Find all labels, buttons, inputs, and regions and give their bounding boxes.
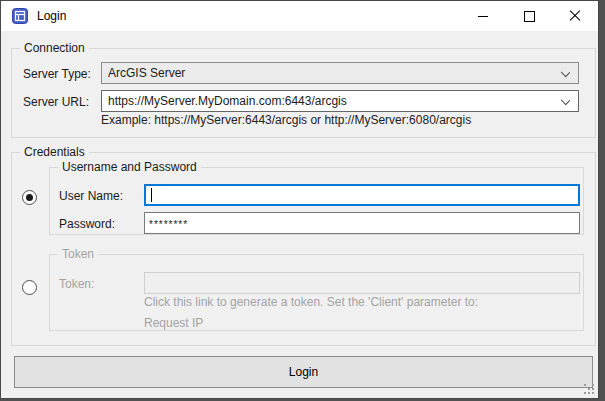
maximize-icon [524,11,535,22]
maximize-button[interactable] [506,1,552,31]
password-masked-value: ******** [149,219,188,230]
login-dialog: Login Connection Server Type: ArcGIS Ser… [0,0,599,399]
text-caret [151,188,152,202]
window-title: Login [37,9,66,23]
token-client-param-text: Request IP [144,316,203,330]
minimize-icon [478,16,488,17]
minimize-button[interactable] [460,1,506,31]
connection-group-legend: Connection [20,41,89,55]
password-input[interactable]: ******** [144,212,580,234]
login-button[interactable]: Login [14,356,593,388]
close-icon [569,10,581,22]
server-type-value: ArcGIS Server [108,66,185,80]
login-button-label: Login [289,365,318,379]
token-label: Token: [59,277,94,291]
server-type-dropdown[interactable]: ArcGIS Server [101,62,579,84]
credentials-group-legend: Credentials [20,145,89,159]
username-password-group-legend: Username and Password [58,160,201,174]
token-group-legend: Token [58,247,98,261]
password-label: Password: [59,217,115,231]
token-input [144,272,580,294]
username-password-radio[interactable] [22,190,37,205]
server-type-label: Server Type: [23,67,91,81]
user-name-label: User Name: [59,189,123,203]
chevron-down-icon [561,68,570,77]
user-name-input[interactable] [144,184,580,206]
token-hint-text: Click this link to generate a token. Set… [144,295,478,309]
token-radio[interactable] [22,280,37,295]
title-bar[interactable]: Login [1,1,598,31]
server-url-combobox[interactable]: https://MyServer.MyDomain.com:6443/arcgi… [101,90,579,112]
app-window-icon [12,8,28,24]
server-url-example: Example: https://MyServer:6443/arcgis or… [101,113,471,127]
server-url-value: https://MyServer.MyDomain.com:6443/arcgi… [108,94,347,108]
resize-grip[interactable] [584,384,595,395]
close-button[interactable] [552,1,598,31]
server-url-label: Server URL: [23,95,89,109]
chevron-down-icon [561,96,570,105]
